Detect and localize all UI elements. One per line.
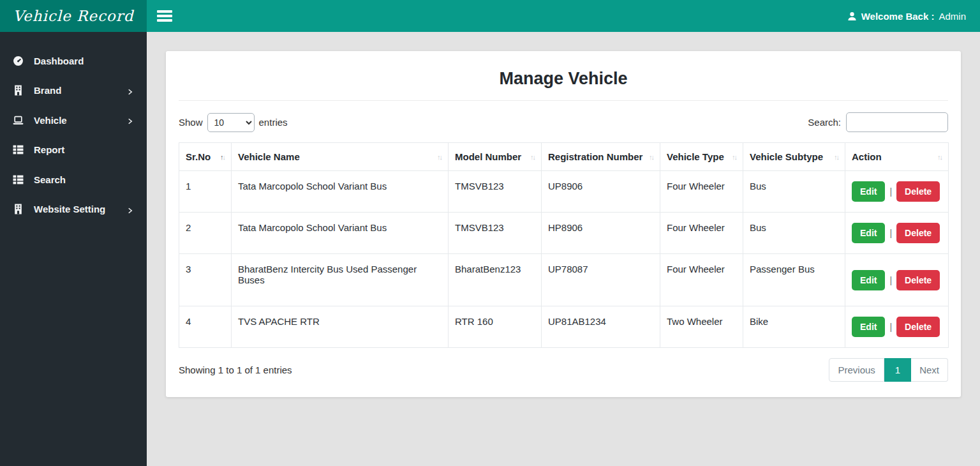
sort-icon: ↑↓ <box>834 153 838 161</box>
delete-button[interactable]: Delete <box>896 270 940 290</box>
sidebar-item-report[interactable]: Report <box>0 135 147 165</box>
search-control: Search: <box>808 112 948 132</box>
edit-button[interactable]: Edit <box>852 181 885 202</box>
cell-vehicle-type: Four Wheeler <box>660 213 743 254</box>
cell-registration-number: UP8906 <box>542 171 660 213</box>
cell-vehicle-subtype: Bus <box>743 213 845 254</box>
edit-button[interactable]: Edit <box>852 317 885 337</box>
list-icon <box>13 144 24 155</box>
chevron-right-icon <box>126 87 134 94</box>
cell-srno: 3 <box>179 254 232 306</box>
delete-button[interactable]: Delete <box>896 181 940 202</box>
cell-vehicle-name: Tata Marcopolo School Variant Bus <box>232 213 449 254</box>
cell-vehicle-name: Tata Marcopolo School Variant Bus <box>232 171 449 213</box>
sidebar-item-vehicle[interactable]: Vehicle <box>0 105 147 135</box>
show-label: Show <box>179 117 203 128</box>
sidebar-item-brand[interactable]: Brand <box>0 76 147 106</box>
cell-vehicle-type: Four Wheeler <box>660 254 743 306</box>
search-label: Search: <box>808 117 841 128</box>
sidebar-item-dashboard[interactable]: Dashboard <box>0 46 147 76</box>
dashboard-icon <box>13 56 24 66</box>
vehicle-table: Sr.No↑↓ Vehicle Name↑↓ Model Number↑↓ Re… <box>179 142 949 348</box>
page-length-select[interactable]: 10 <box>207 113 255 132</box>
cell-model-number: BharatBenz123 <box>449 254 542 306</box>
manage-vehicle-card: Manage Vehicle Show 10 entries Search: S <box>166 51 961 397</box>
table-row: 4 TVS APACHE RTR RTR 160 UP81AB1234 Two … <box>179 306 949 348</box>
pagination: Previous 1 Next <box>829 358 948 382</box>
delete-button[interactable]: Delete <box>896 223 940 243</box>
previous-page-button[interactable]: Previous <box>829 358 884 382</box>
cell-model-number: RTR 160 <box>449 306 542 348</box>
cell-action: Edit | Delete <box>845 254 949 306</box>
cell-registration-number: UP81AB1234 <box>542 306 660 348</box>
welcome-text: Welcome Back : Admin <box>847 11 966 22</box>
cell-vehicle-name: TVS APACHE RTR <box>232 306 449 348</box>
top-navbar: Welcome Back : Admin <box>147 0 980 32</box>
cell-action: Edit | Delete <box>845 171 949 213</box>
sidebar: Dashboard Brand Vehicle Report Search <box>0 32 147 466</box>
building-icon <box>13 85 24 96</box>
edit-button[interactable]: Edit <box>852 270 885 290</box>
cell-srno: 2 <box>179 213 232 254</box>
sort-icon: ↑↓ <box>530 153 535 161</box>
cell-registration-number: HP8906 <box>542 213 660 254</box>
delete-button[interactable]: Delete <box>896 317 940 337</box>
action-separator: | <box>889 228 892 238</box>
table-header-row: Sr.No↑↓ Vehicle Name↑↓ Model Number↑↓ Re… <box>179 143 949 171</box>
cell-model-number: TMSVB123 <box>449 213 542 254</box>
action-separator: | <box>889 186 892 197</box>
table-controls: Show 10 entries Search: <box>179 112 948 132</box>
cell-registration-number: UP78087 <box>542 254 660 306</box>
cell-vehicle-subtype: Bus <box>743 171 845 213</box>
search-input[interactable] <box>846 112 948 132</box>
welcome-label: Welcome Back : <box>861 11 935 22</box>
cell-vehicle-name: BharatBenz Intercity Bus Used Passenger … <box>232 254 449 306</box>
chevron-right-icon <box>126 116 134 124</box>
next-page-button[interactable]: Next <box>911 358 948 382</box>
divider <box>179 100 948 101</box>
building-icon <box>13 204 24 214</box>
page-number-button[interactable]: 1 <box>884 358 911 382</box>
main-content: Manage Vehicle Show 10 entries Search: S <box>147 32 980 466</box>
cell-vehicle-subtype: Bike <box>743 306 845 348</box>
page-title: Manage Vehicle <box>179 64 948 100</box>
cell-model-number: TMSVB123 <box>449 171 542 213</box>
sidebar-item-search[interactable]: Search <box>0 165 147 195</box>
sidebar-item-website-setting[interactable]: Website Setting <box>0 195 147 225</box>
entries-label: entries <box>259 117 288 128</box>
edit-button[interactable]: Edit <box>852 223 885 243</box>
cell-vehicle-type: Four Wheeler <box>660 171 743 213</box>
table-row: 3 BharatBenz Intercity Bus Used Passenge… <box>179 254 949 306</box>
column-header-action[interactable]: Action↑↓ <box>845 143 949 171</box>
chevron-right-icon <box>126 206 134 213</box>
brand-area: Vehicle Record <box>0 0 147 32</box>
welcome-username: Admin <box>939 11 966 22</box>
page-length-control: Show 10 entries <box>179 113 288 132</box>
sort-icon: ↑↓ <box>220 153 225 161</box>
table-row: 2 Tata Marcopolo School Variant Bus TMSV… <box>179 213 949 254</box>
column-header-vehicle-type[interactable]: Vehicle Type↑↓ <box>660 143 743 171</box>
cell-vehicle-subtype: Passenger Bus <box>743 254 845 306</box>
sort-icon: ↑↓ <box>437 153 442 161</box>
column-header-srno[interactable]: Sr.No↑↓ <box>179 143 232 171</box>
cell-srno: 1 <box>179 171 232 213</box>
cell-action: Edit | Delete <box>845 306 949 348</box>
cell-action: Edit | Delete <box>845 213 949 254</box>
list-icon <box>13 174 24 185</box>
app-header: Vehicle Record Welcome Back : Admin <box>0 0 980 32</box>
sort-icon: ↑↓ <box>649 153 653 161</box>
cell-vehicle-type: Two Wheeler <box>660 306 743 348</box>
action-separator: | <box>889 322 892 332</box>
user-icon <box>847 11 857 21</box>
brand-logo[interactable]: Vehicle Record <box>13 8 134 24</box>
action-separator: | <box>889 275 892 285</box>
sort-icon: ↑↓ <box>732 153 736 161</box>
table-row: 1 Tata Marcopolo School Variant Bus TMSV… <box>179 171 949 213</box>
menu-toggle-button[interactable] <box>157 8 174 24</box>
column-header-vehicle-subtype[interactable]: Vehicle Subtype↑↓ <box>743 143 845 171</box>
table-footer: Showing 1 to 1 of 1 entries Previous 1 N… <box>179 358 948 382</box>
column-header-vehicle-name[interactable]: Vehicle Name↑↓ <box>232 143 449 171</box>
column-header-model-number[interactable]: Model Number↑↓ <box>449 143 542 171</box>
column-header-registration-number[interactable]: Registration Number↑↓ <box>542 143 660 171</box>
sort-icon: ↑↓ <box>937 153 942 161</box>
